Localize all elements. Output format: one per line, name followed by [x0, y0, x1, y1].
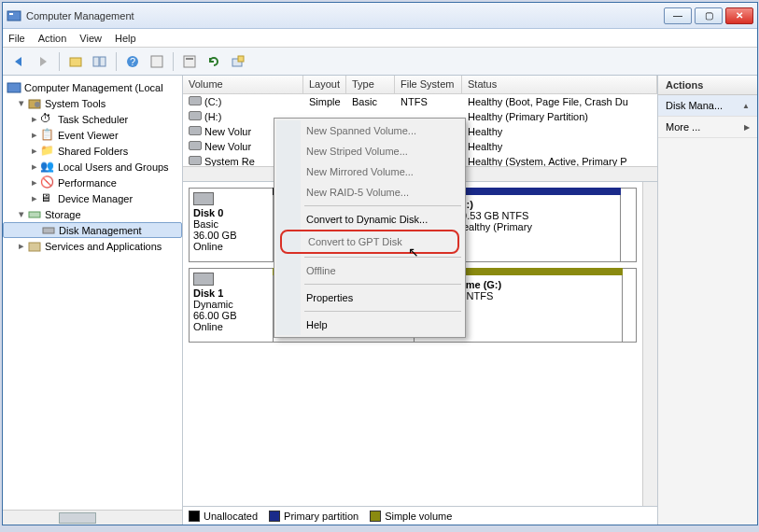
col-fs[interactable]: File System — [395, 76, 462, 93]
tree-item[interactable]: ▸⏱Task Scheduler — [3, 111, 182, 127]
svg-rect-17 — [29, 243, 40, 251]
svg-rect-15 — [29, 212, 40, 217]
svg-rect-2 — [70, 58, 81, 66]
legend-swatch — [370, 511, 381, 522]
ctx-item[interactable]: Convert to Dynamic Disk... — [276, 209, 463, 230]
legend-label: Unallocated — [204, 511, 258, 522]
tree-item[interactable]: ▸📋Event Viewer — [3, 127, 182, 143]
showhide-button[interactable] — [90, 51, 110, 72]
tree-item[interactable]: ▸🖥Device Manager — [3, 190, 182, 206]
ctx-item[interactable]: Help — [276, 315, 463, 335]
tree-item-icon: 👥 — [40, 160, 55, 175]
col-volume[interactable]: Volume — [183, 76, 303, 93]
volume-icon — [189, 141, 202, 150]
svg-text:?: ? — [130, 56, 135, 67]
titlebar: Computer Management — ▢ ✕ — [3, 3, 757, 29]
close-button[interactable]: ✕ — [725, 7, 753, 24]
refresh-button[interactable] — [204, 51, 224, 72]
actions-pane: Actions Disk Mana... ▲ More ... ▶ — [658, 76, 757, 525]
expand-icon[interactable]: ▸ — [29, 192, 40, 204]
export-button[interactable] — [228, 51, 248, 72]
menubar: File Action View Help — [3, 29, 757, 48]
legend-swatch — [189, 511, 200, 522]
ctx-item[interactable]: Properties — [276, 287, 463, 308]
tree-storage[interactable]: ▾ Storage — [3, 206, 182, 222]
partition[interactable]: (H:)19.53 GB NTFSHealthy (Primary — [449, 188, 621, 262]
help-button[interactable]: ? — [122, 51, 143, 72]
svg-rect-11 — [238, 56, 244, 62]
svg-rect-3 — [93, 57, 99, 66]
expand-icon[interactable]: ▸ — [29, 176, 40, 189]
legend-label: Simple volume — [385, 511, 452, 522]
ctx-highlight: Convert to GPT Disk — [280, 230, 459, 254]
tree-item[interactable]: ▸🚫Performance — [3, 175, 182, 190]
back-button[interactable] — [8, 51, 29, 72]
disk-icon — [193, 273, 214, 286]
actions-header: Actions — [658, 76, 757, 95]
volume-icon — [189, 156, 202, 165]
volume-icon — [189, 111, 202, 120]
menu-help[interactable]: Help — [115, 33, 136, 44]
actions-more[interactable]: More ... ▶ — [658, 117, 757, 138]
svg-rect-0 — [7, 11, 21, 21]
tree-system-tools[interactable]: ▾ System Tools — [3, 95, 182, 111]
toolbar: ? — [3, 48, 757, 76]
tree-item[interactable]: ▸👥Local Users and Groups — [3, 159, 182, 175]
submenu-icon: ▶ — [744, 123, 750, 132]
collapse-icon[interactable]: ▾ — [16, 208, 27, 220]
collapse-icon: ▲ — [742, 102, 750, 110]
expand-icon[interactable]: ▸ — [29, 161, 40, 173]
disk-scrollbar[interactable] — [642, 182, 657, 506]
forward-button[interactable] — [33, 51, 53, 72]
tree-item-icon: 🚫 — [40, 175, 55, 190]
svg-rect-7 — [151, 56, 162, 67]
tree-item-icon: 🖥 — [40, 191, 55, 206]
col-status[interactable]: Status — [462, 76, 657, 93]
col-layout[interactable]: Layout — [303, 76, 346, 93]
ctx-item: New Spanned Volume... — [276, 120, 463, 141]
cursor-icon: ↖ — [408, 245, 419, 259]
ctx-item: New RAID-5 Volume... — [276, 182, 463, 203]
expand-icon[interactable]: ▸ — [29, 113, 40, 125]
tree-item-icon: ⏱ — [40, 112, 55, 127]
maximize-button[interactable]: ▢ — [695, 7, 723, 24]
col-type[interactable]: Type — [346, 76, 395, 93]
svg-rect-4 — [100, 57, 105, 66]
disk0-label: Disk 0 Basic 36.00 GB Online — [190, 189, 274, 261]
svg-rect-8 — [184, 56, 195, 67]
up-button[interactable] — [65, 51, 86, 72]
collapse-icon[interactable]: ▾ — [16, 97, 27, 109]
tree-root[interactable]: Computer Management (Local — [3, 79, 182, 95]
menu-view[interactable]: View — [79, 33, 102, 44]
properties2-button[interactable] — [179, 51, 200, 72]
window-title: Computer Management — [26, 10, 664, 21]
minimize-button[interactable]: — — [664, 7, 692, 24]
ctx-item: Offline — [276, 260, 463, 281]
legend: UnallocatedPrimary partitionSimple volum… — [183, 506, 657, 525]
app-icon — [7, 8, 21, 23]
legend-label: Primary partition — [284, 511, 358, 522]
tree-pane: Computer Management (Local ▾ System Tool… — [3, 76, 183, 525]
tree-item-icon: 📁 — [40, 144, 55, 159]
volume-row[interactable]: (C:)SimpleBasicNTFSHealthy (Boot, Page F… — [183, 94, 657, 109]
disk1-label: Disk 1 Dynamic 66.00 GB Online — [190, 269, 274, 342]
tree-disk-management[interactable]: Disk Management — [3, 222, 182, 238]
tree-services[interactable]: ▸ Services and Applications — [3, 238, 182, 254]
expand-icon[interactable]: ▸ — [29, 129, 40, 141]
menu-action[interactable]: Action — [38, 33, 67, 44]
tree-item[interactable]: ▸📁Shared Folders — [3, 143, 182, 159]
volume-icon — [189, 96, 202, 105]
ctx-item: Convert to GPT Disk — [282, 231, 457, 252]
expand-icon[interactable]: ▸ — [16, 240, 27, 252]
svg-rect-1 — [9, 13, 13, 15]
tree-item-icon: 📋 — [40, 128, 55, 143]
properties1-button[interactable] — [147, 51, 167, 72]
volume-icon — [189, 126, 202, 135]
context-menu: New Spanned Volume...New Striped Volume.… — [274, 118, 466, 338]
tree-scrollbar[interactable] — [3, 510, 182, 525]
svg-point-14 — [35, 102, 40, 107]
expand-icon[interactable]: ▸ — [29, 145, 40, 157]
volume-header: Volume Layout Type File System Status — [183, 76, 657, 94]
menu-file[interactable]: File — [8, 33, 25, 44]
actions-disk-mgmt[interactable]: Disk Mana... ▲ — [658, 95, 757, 117]
